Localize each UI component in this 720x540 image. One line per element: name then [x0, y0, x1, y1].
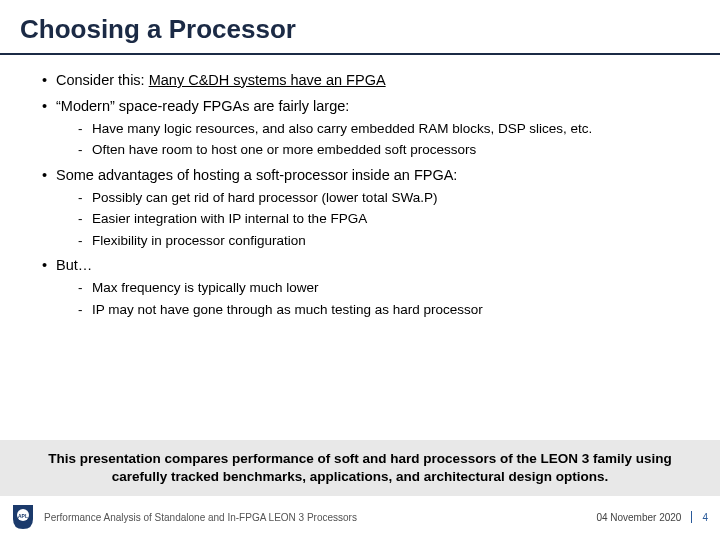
page-number: 4 [702, 512, 708, 523]
sub-item: Max frequency is typically much lower [78, 279, 692, 297]
bullet-text: Some advantages of hosting a soft-proces… [56, 167, 457, 183]
bullet-item: But… Max frequency is typically much low… [42, 256, 692, 319]
sub-item: Have many logic resources, and also carr… [78, 120, 692, 138]
sub-list: Max frequency is typically much lower IP… [56, 279, 692, 318]
slide-content: Consider this: Many C&DH systems have an… [0, 55, 720, 436]
bullet-text: Consider this: [56, 72, 149, 88]
footer: APL Performance Analysis of Standalone a… [0, 496, 720, 540]
footer-date: 04 November 2020 [596, 512, 681, 523]
svg-text:APL: APL [18, 513, 28, 519]
bullet-list: Consider this: Many C&DH systems have an… [28, 71, 692, 319]
bullet-item: Consider this: Many C&DH systems have an… [42, 71, 692, 91]
apl-shield-icon: APL [12, 504, 34, 530]
footer-divider [691, 511, 692, 523]
bullet-underline: Many C&DH systems have an FPGA [149, 72, 386, 88]
sub-item: Flexibility in processor configuration [78, 232, 692, 250]
sub-list: Possibly can get rid of hard processor (… [56, 189, 692, 250]
bullet-text: “Modern” space-ready FPGAs are fairly la… [56, 98, 349, 114]
sub-item: Possibly can get rid of hard processor (… [78, 189, 692, 207]
page-title: Choosing a Processor [0, 0, 720, 55]
bullet-item: “Modern” space-ready FPGAs are fairly la… [42, 97, 692, 160]
footer-title: Performance Analysis of Standalone and I… [44, 512, 596, 523]
bullet-item: Some advantages of hosting a soft-proces… [42, 166, 692, 250]
summary-callout: This presentation compares performance o… [0, 440, 720, 496]
sub-item: IP may not have gone through as much tes… [78, 301, 692, 319]
sub-item: Often have room to host one or more embe… [78, 141, 692, 159]
sub-list: Have many logic resources, and also carr… [56, 120, 692, 159]
bullet-text: But… [56, 257, 92, 273]
sub-item: Easier integration with IP internal to t… [78, 210, 692, 228]
